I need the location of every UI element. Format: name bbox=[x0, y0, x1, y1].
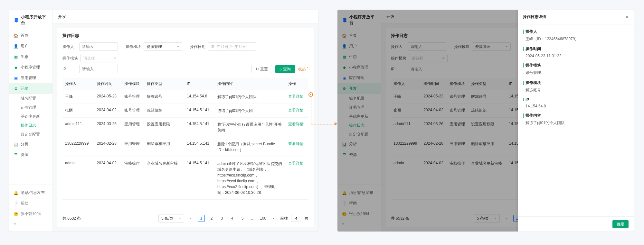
sidebar-item-home[interactable]: 🏠首页 bbox=[9, 30, 52, 41]
sidebar-item-miniapp[interactable]: ◆小程序管理 bbox=[9, 62, 52, 73]
collapse-filters-link[interactable]: 收起˄ bbox=[298, 67, 308, 72]
view-detail-link[interactable]: 查看详情 bbox=[288, 94, 304, 99]
drawer-field-value: 账号管理 bbox=[523, 70, 629, 76]
sidebar-item-eco[interactable]: ▦生态 bbox=[9, 51, 52, 62]
pager-page[interactable]: 5 bbox=[239, 215, 246, 222]
table-row: 张丽2024-04-02账号管理冻结组织14.154.5.141冻结了pjf01… bbox=[62, 104, 308, 118]
sidebar-item-messages[interactable]: 🔔消息/信息发布 bbox=[9, 187, 52, 198]
sidebar-item-help[interactable]: ❔帮助 bbox=[9, 198, 52, 209]
annotation-line bbox=[311, 97, 311, 124]
filter-module2-select[interactable]: 请选择 bbox=[80, 54, 119, 62]
reset-button[interactable]: ↻重置 bbox=[251, 65, 272, 73]
filter-date-input[interactable]: 🗓年月日 至 年月日 bbox=[208, 42, 256, 51]
pager-next[interactable]: › bbox=[270, 215, 277, 222]
sidebar-sub-domain[interactable]: 域名配置 bbox=[9, 94, 52, 103]
topbar-title: 开发 bbox=[58, 14, 66, 20]
pager: 共 6532 条 5 条/页 ‹ 1 2 3 4 5 ... 100 bbox=[62, 210, 308, 222]
table-row: admin1112024-03-26应用管理设置应用权限14.154.5.141… bbox=[62, 118, 308, 137]
pager-page[interactable]: 1 bbox=[198, 215, 205, 222]
collapse-icon: ≡ bbox=[14, 222, 16, 226]
col-content: 操作内容 bbox=[215, 78, 286, 90]
filter-operator-input[interactable] bbox=[79, 42, 118, 51]
filter-module-select[interactable]: 资源管理 bbox=[144, 42, 182, 51]
pager-prev[interactable]: ‹ bbox=[187, 215, 194, 222]
drawer-field-label: IP bbox=[523, 97, 629, 102]
sidebar-item-apps[interactable]: ▣应用管理 bbox=[9, 73, 52, 83]
drawer-field: 操作模块账号管理 bbox=[523, 63, 629, 76]
avatar-icon: 🙂 bbox=[14, 212, 18, 216]
view-detail-link[interactable]: 查看详情 bbox=[288, 122, 304, 126]
layers-icon: ☰ bbox=[14, 153, 18, 157]
app-panel-drawer: 小程序开放平台 🏠首页 👤用户 ▦生态 ◆小程序管理 ▣应用管理 ⚙开发 域名配… bbox=[337, 10, 634, 231]
help-icon: ❔ bbox=[14, 201, 18, 206]
query-button[interactable]: ⌕查询 bbox=[275, 65, 295, 73]
sidebar-item-dev[interactable]: ⚙开发 bbox=[9, 83, 52, 94]
close-icon[interactable]: ✕ bbox=[625, 15, 629, 19]
cell-ip: 14.154.5.141 bbox=[184, 137, 215, 157]
page-size-select[interactable]: 5 条/页 bbox=[158, 214, 184, 222]
sidebar-collapse[interactable]: ≡ bbox=[9, 219, 52, 229]
chevron-up-icon: ˄ bbox=[307, 67, 308, 71]
home-icon: 🏠 bbox=[14, 33, 18, 38]
cell-type: 设置应用权限 bbox=[144, 118, 184, 137]
cell-ip: 14.154.5.141 bbox=[184, 157, 215, 200]
filter-ip-input[interactable] bbox=[79, 65, 118, 73]
cell-content: 删除1个应用（测试 secret Bundle ID：kikiklces） bbox=[215, 137, 286, 157]
view-detail-link[interactable]: 查看详情 bbox=[288, 141, 304, 146]
col-module: 操作模块 bbox=[122, 78, 145, 90]
cell-operator: admin111 bbox=[62, 118, 94, 137]
cell-type: 删除审核应用 bbox=[144, 137, 184, 157]
sidebar-sub-custom[interactable]: 自定义配置 bbox=[9, 130, 52, 139]
pager-page[interactable]: 2 bbox=[208, 215, 215, 222]
view-detail-link[interactable]: 查看详情 bbox=[288, 108, 304, 113]
cell-module: 账号管理 bbox=[122, 90, 145, 104]
cell-time: 2024-03-26 bbox=[94, 118, 122, 137]
cell-type: 冻结组织 bbox=[144, 104, 184, 118]
sidebar-sub-cert[interactable]: 证书管理 bbox=[9, 103, 52, 112]
view-detail-link[interactable]: 查看详情 bbox=[288, 161, 304, 166]
user-icon: 👤 bbox=[14, 44, 18, 49]
grid-icon: ▦ bbox=[14, 55, 18, 59]
cell-type: 解冻账号 bbox=[144, 90, 184, 104]
cell-operator: 13022229999 bbox=[62, 137, 94, 157]
sidebar-item-user[interactable]: 👤用户 bbox=[9, 41, 52, 51]
col-op: 操作 bbox=[286, 78, 308, 90]
col-ip: IP bbox=[184, 78, 215, 90]
sidebar-sub-oplog[interactable]: 操作日志 bbox=[9, 121, 52, 130]
cell-module: 审核操作 bbox=[122, 157, 145, 200]
pager-page[interactable]: 4 bbox=[229, 215, 236, 222]
cell-ip: 14.154.5.141 bbox=[184, 118, 215, 137]
confirm-button[interactable]: 确定 bbox=[612, 220, 629, 228]
detail-drawer: 操作日志详情 ✕ 操作人王峰（ID：12346546878979）操作时间202… bbox=[518, 10, 634, 231]
col-operator: 操作人 bbox=[62, 78, 94, 90]
cell-type: 企业域名更新审核 bbox=[144, 157, 184, 200]
sidebar-item-analytics[interactable]: 📊分析 bbox=[9, 139, 52, 150]
cell-operator: 王峰 bbox=[62, 90, 94, 104]
pager-page[interactable]: 100 bbox=[260, 215, 267, 222]
col-time: 操作时间 bbox=[94, 78, 122, 90]
reset-icon: ↻ bbox=[256, 67, 259, 71]
filter-ip-label: IP bbox=[62, 67, 77, 71]
pager-jump-input[interactable] bbox=[291, 215, 301, 222]
sidebar-sub-baselib[interactable]: 基础库更新 bbox=[9, 112, 52, 121]
filter-date-label: 操作日期 bbox=[190, 44, 205, 50]
bell-icon: 🔔 bbox=[14, 191, 18, 195]
pager-page[interactable]: 3 bbox=[218, 215, 225, 222]
table-body: 王峰2024-05-23账号管理解冻账号14.154.54.8解冻了pjf01的… bbox=[62, 90, 308, 200]
sidebar-item-account[interactable]: 🙂张小强1994 bbox=[9, 209, 52, 219]
filter-row: 操作人 操作模块资源管理 操作日期🗓年月日 至 年月日 操作模块请选择 bbox=[62, 42, 308, 62]
gear-icon: ⚙ bbox=[14, 86, 18, 91]
drawer-field-value: 王峰（ID：12346546878979） bbox=[523, 36, 629, 42]
chart-icon: 📊 bbox=[14, 142, 18, 147]
cell-operator: 张丽 bbox=[62, 104, 94, 118]
cell-time: 2024-04-02 bbox=[94, 157, 122, 200]
sidebar-item-resource[interactable]: ☰资源 bbox=[9, 150, 52, 160]
cell-ip: 14.154.5.141 bbox=[184, 104, 215, 118]
drawer-field-value: 解冻了pjf01的个人团队 bbox=[523, 120, 629, 126]
card-title: 操作日志 bbox=[62, 33, 308, 39]
brand: 小程序开放平台 bbox=[9, 10, 52, 29]
oplog-table: 操作人 操作时间 操作模块 操作类型 IP 操作内容 操作 王峰2024-05-… bbox=[62, 78, 308, 200]
filter-operator-label: 操作人 bbox=[62, 44, 77, 50]
app-panel-base: 小程序开放平台 🏠首页 👤用户 ▦生态 ◆小程序管理 ▣应用管理 ⚙开发 域名配… bbox=[9, 10, 318, 231]
cell-content: 解冻了pjf01的个人团队 bbox=[215, 90, 286, 104]
